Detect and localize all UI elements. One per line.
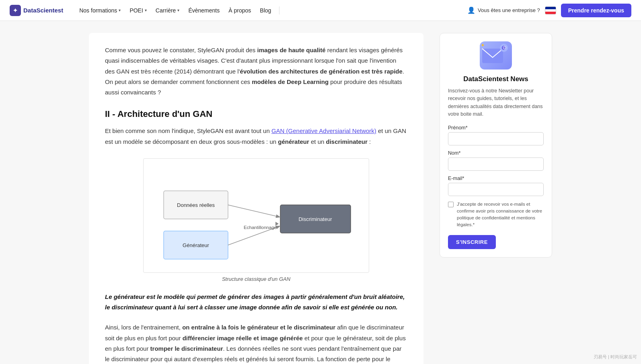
newsletter-form: Prénom* Nom* E-mail* J'accepte de recevo… [448, 125, 544, 249]
section-heading: II - Architecture d'un GAN [105, 109, 407, 119]
svg-text:Echantillonnage: Echantillonnage [244, 225, 277, 230]
nav-blog[interactable]: Blog [256, 5, 275, 16]
logo[interactable]: ✦ DataScientest [10, 5, 63, 16]
consent-checkbox[interactable] [448, 202, 454, 207]
navbar: ✦ DataScientest Nos formations ▾ POEI ▾ … [0, 0, 641, 21]
nav-evenements[interactable]: Évènements [184, 5, 224, 16]
enterprise-icon: 👤 [467, 6, 475, 14]
prenom-group: Prénom* [448, 125, 544, 145]
chevron-down-icon: ▾ [177, 8, 179, 12]
page-wrapper: Comme vous pouvez le constater, StyleGAN… [79, 21, 562, 364]
newsletter-svg-icon: ⚙ ✦ [480, 41, 512, 70]
nav-links: Nos formations ▾ POEI ▾ Carrière ▾ Évène… [75, 5, 467, 16]
body-paragraph-1: Et bien comme son nom l'indique, StyleGA… [105, 126, 407, 147]
nav-right: 👤 Vous êtes une entreprise ? Prendre ren… [467, 4, 631, 17]
nom-group: Nom* [448, 150, 544, 171]
diagram-svg: Données réelles Générateur Discriminateu… [143, 158, 369, 273]
newsletter-card: ⚙ ✦ DataScientest News Inscrivez-vous à … [440, 33, 552, 258]
subscribe-button[interactable]: S'INSCRIRE [448, 235, 496, 249]
chevron-down-icon: ▾ [145, 8, 147, 12]
enterprise-button[interactable]: 👤 Vous êtes une entreprise ? [467, 6, 540, 14]
consent-row: J'accepte de recevoir vos e-mails et con… [448, 201, 544, 229]
language-flag[interactable] [545, 6, 556, 14]
svg-text:Générateur: Générateur [183, 242, 209, 248]
watermark: 刃易号 | 时尚玩家岳可 [594, 354, 637, 360]
consent-text: J'accepte de recevoir vos e-mails et con… [457, 201, 544, 229]
nom-label: Nom* [448, 150, 544, 156]
email-group: E-mail* [448, 176, 544, 196]
intro-paragraph: Comme vous pouvez le constater, StyleGAN… [105, 45, 407, 98]
chevron-down-icon: ▾ [119, 8, 121, 12]
nav-carriere[interactable]: Carrière ▾ [152, 5, 184, 16]
newsletter-title: DataScientest News [448, 75, 544, 83]
main-content: Comme vous pouvez le constater, StyleGAN… [89, 33, 423, 364]
svg-text:⚙: ⚙ [502, 45, 507, 51]
nav-poei[interactable]: POEI ▾ [125, 5, 150, 16]
diagram-container: Données réelles Générateur Discriminateu… [105, 158, 407, 282]
logo-icon: ✦ [10, 5, 21, 16]
sidebar: ⚙ ✦ DataScientest News Inscrivez-vous à … [440, 33, 552, 364]
body-paragraph-2: Ainsi, lors de l'entrainement, on entraî… [105, 322, 407, 364]
email-input[interactable] [448, 183, 544, 196]
email-label: E-mail* [448, 176, 544, 181]
cta-button[interactable]: Prendre rendez-vous [561, 4, 631, 17]
logo-text: DataScientest [23, 7, 63, 14]
nav-separator [279, 6, 279, 14]
highlighted-quote: Le générateur est le modèle qui permet d… [105, 292, 407, 313]
prenom-label: Prénom* [448, 125, 544, 131]
svg-text:Données réelles: Données réelles [177, 202, 215, 208]
diagram-caption: Structure classique d'un GAN [222, 276, 290, 282]
svg-line-6 [228, 205, 279, 217]
newsletter-desc: Inscrivez-vous à notre Newsletter pour r… [448, 87, 544, 119]
svg-text:Discriminateur: Discriminateur [298, 216, 332, 222]
svg-marker-9 [275, 222, 279, 226]
nav-a-propos[interactable]: À propos [224, 5, 255, 16]
svg-text:✦: ✦ [481, 42, 485, 48]
newsletter-illustration: ⚙ ✦ [480, 41, 512, 70]
newsletter-icon-wrap: ⚙ ✦ [448, 41, 544, 70]
nav-nos-formations[interactable]: Nos formations ▾ [75, 5, 125, 16]
gan-diagram-svg: Données réelles Générateur Discriminateu… [152, 167, 361, 263]
prenom-input[interactable] [448, 132, 544, 145]
nom-input[interactable] [448, 157, 544, 171]
gan-link[interactable]: GAN (Generative Adversiarial Network) [271, 127, 376, 134]
